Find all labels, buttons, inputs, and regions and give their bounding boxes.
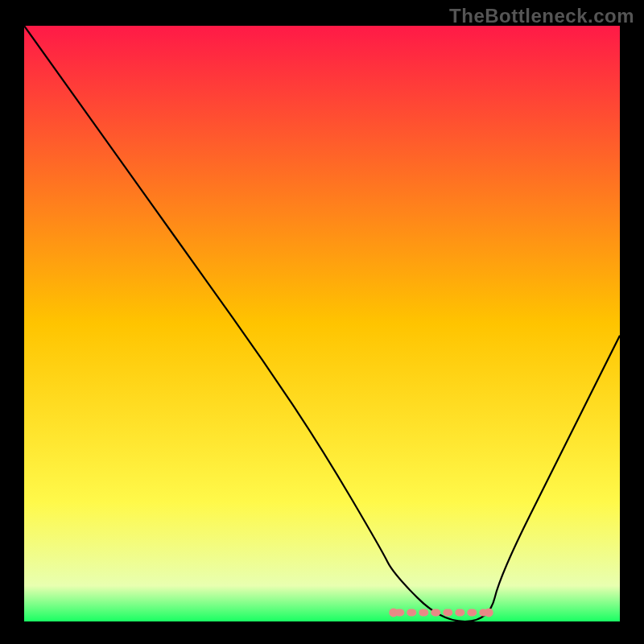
plot-area — [24, 26, 620, 621]
bottleneck-chart — [24, 26, 620, 621]
gradient-background — [24, 26, 620, 621]
chart-frame: TheBottleneck.com — [0, 0, 644, 644]
watermark-text: TheBottleneck.com — [449, 5, 634, 27]
